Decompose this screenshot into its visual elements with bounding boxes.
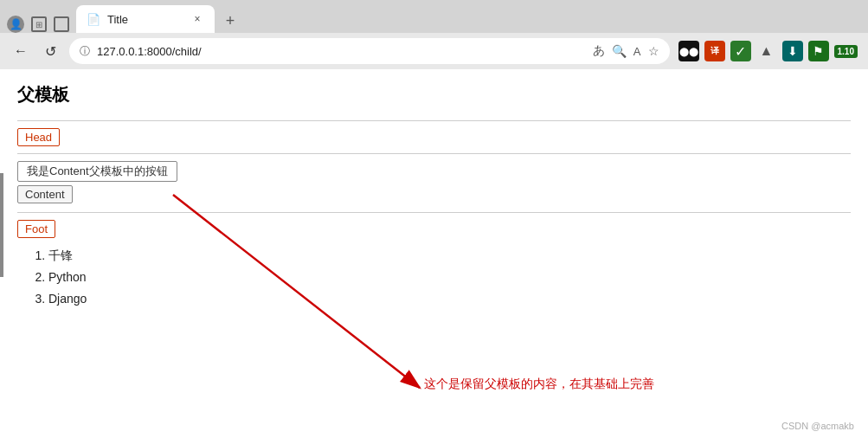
reload-button[interactable]: ↺: [40, 41, 61, 61]
profile-icon[interactable]: 👤: [7, 16, 24, 33]
content-section: 我是Content父模板中的按钮 Content: [17, 161, 851, 205]
url-controls: あ 🔍 A ☆: [593, 43, 659, 59]
translate-icon[interactable]: あ: [593, 43, 605, 59]
page-content: 父模板 Head 我是Content父模板中的按钮 Content Foot 千…: [0, 69, 868, 438]
list-item-3: Django: [48, 288, 851, 310]
url-text: 127.0.0.1:8000/child/: [97, 45, 586, 58]
divider-middle: [17, 153, 851, 154]
translate-ext-icon[interactable]: 译: [704, 41, 725, 61]
divider-top: [17, 120, 851, 121]
browser-chrome: 👤 ⊞ 📄 Title × + ← ↺ ⓘ 127.0.0.1:8000/chi…: [0, 0, 868, 69]
tab-title: Title: [107, 13, 183, 26]
url-bar[interactable]: ⓘ 127.0.0.1:8000/child/ あ 🔍 A ☆: [69, 38, 670, 64]
download-icon[interactable]: ⬇: [782, 41, 803, 61]
address-bar: ← ↺ ⓘ 127.0.0.1:8000/child/ あ 🔍 A ☆ ⬤⬤ 译…: [0, 33, 868, 69]
csdn-watermark: CSDN @acmakb: [781, 421, 854, 431]
font-icon[interactable]: A: [633, 45, 641, 58]
tab-bar-left: 👤 ⊞: [7, 16, 69, 33]
list-item-1: 千锋: [48, 245, 851, 267]
version-badge: 1.10: [834, 45, 858, 58]
flag-icon[interactable]: ⚑: [808, 41, 829, 61]
divider-foot: [17, 212, 851, 213]
content-button[interactable]: Content: [17, 185, 73, 203]
page-title: 父模板: [17, 83, 851, 106]
head-section: Head: [17, 128, 851, 146]
tab-doc-icon: 📄: [87, 13, 100, 26]
foot-section: Foot: [17, 220, 851, 238]
item-list: 千锋 Python Django: [17, 245, 851, 311]
tab-bar: 👤 ⊞ 📄 Title × +: [0, 0, 868, 33]
left-strip: [0, 173, 3, 277]
head-button[interactable]: Head: [17, 128, 60, 146]
content-input: 我是Content父模板中的按钮: [17, 161, 177, 182]
active-tab[interactable]: 📄 Title ×: [76, 5, 215, 33]
toolbar-icons: ⬤⬤ 译 ✓ ▲ ⬇ ⚑ 1.10: [678, 41, 858, 61]
windows-icon[interactable]: [54, 16, 69, 32]
new-tab-button[interactable]: +: [218, 9, 242, 33]
extensions-icon[interactable]: ⊞: [31, 16, 47, 32]
zoom-icon[interactable]: 🔍: [612, 44, 627, 58]
foot-button[interactable]: Foot: [17, 220, 55, 238]
list-item-2: Python: [48, 267, 851, 288]
shield-icon[interactable]: ✓: [730, 41, 751, 61]
tab-close-button[interactable]: ×: [190, 12, 204, 26]
arrow-icon[interactable]: ▲: [756, 41, 777, 61]
back-button[interactable]: ←: [10, 41, 31, 61]
bookmark-icon[interactable]: ☆: [648, 44, 659, 58]
info-icon: ⓘ: [80, 44, 90, 59]
flickr-icon[interactable]: ⬤⬤: [678, 41, 699, 61]
annotation-text: 这个是保留父模板的内容，在其基础上完善: [424, 377, 654, 392]
